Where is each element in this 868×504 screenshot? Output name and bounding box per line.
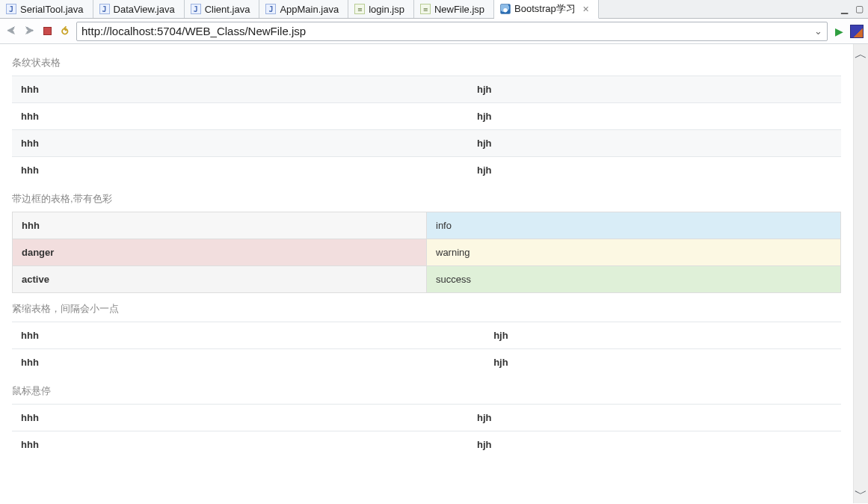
section-title-bordered: 带边框的表格,带有色彩 <box>12 192 841 206</box>
table-cell: warning <box>427 239 841 266</box>
browser-toolbar: ⮜ ⮞ ⥀ http://localhost:5704/WEB_Class/Ne… <box>0 19 868 44</box>
forward-button[interactable]: ⮞ <box>22 25 36 38</box>
table-row: hhhhjh <box>12 431 841 458</box>
editor-tab[interactable]: NewFile.jsp <box>414 0 494 18</box>
j-file-icon <box>191 4 201 14</box>
table-row: hhhhjh <box>12 103 841 130</box>
table-cell: hhh <box>12 76 468 103</box>
table-hover: hhhhjhhhhhjh <box>12 404 841 458</box>
chevron-down-icon[interactable]: ⌄ <box>814 25 822 37</box>
table-bordered: hhhinfodangerwarningactivesuccess <box>12 212 841 293</box>
stop-icon <box>43 27 52 35</box>
editor-tab[interactable]: Client.java <box>185 0 260 18</box>
table-cell: hhh <box>12 130 468 157</box>
tab-label: login.jsp <box>369 4 404 15</box>
url-bar[interactable]: http://localhost:5704/WEB_Class/NewFile.… <box>76 22 828 41</box>
j-file-icon <box>6 4 16 14</box>
table-cell: hjh <box>484 349 841 376</box>
table-cell: hhh <box>12 103 468 130</box>
close-icon[interactable]: ✕ <box>582 5 589 13</box>
stop-button[interactable] <box>40 25 54 38</box>
table-row: hhhhjh <box>12 405 841 431</box>
browser-viewport: 条纹状表格 hhhhjhhhhhjhhhhhjhhhhhjh 带边框的表格,带有… <box>0 44 868 503</box>
editor-tab[interactable]: SerialTool.java <box>0 0 93 18</box>
editor-tabbar: SerialTool.javaDataView.javaClient.javaA… <box>0 0 868 19</box>
jsp-file-icon <box>420 4 431 14</box>
j-file-icon <box>99 4 110 14</box>
back-button[interactable]: ⮜ <box>4 25 18 38</box>
editor-tab[interactable]: login.jsp <box>348 0 414 18</box>
table-cell: hjh <box>468 431 841 458</box>
table-cell: info <box>427 212 841 239</box>
table-cell: hjh <box>468 103 841 130</box>
table-row: hhhinfo <box>13 212 841 239</box>
table-cell: hjh <box>468 405 841 431</box>
refresh-button[interactable]: ⥀ <box>58 25 72 38</box>
j-file-icon <box>265 4 276 14</box>
tab-label: DataView.java <box>114 4 175 15</box>
scroll-down-icon[interactable]: ﹀ <box>854 485 868 502</box>
table-row: hhhhjh <box>12 130 841 157</box>
table-cell: hjh <box>468 76 841 103</box>
section-title-condensed: 紧缩表格，间隔会小一点 <box>12 302 841 316</box>
table-row: hhhhjh <box>12 322 841 349</box>
scroll-up-icon[interactable]: ︿ <box>854 46 868 62</box>
web-file-icon <box>500 4 511 14</box>
tab-label: AppMain.java <box>280 4 339 15</box>
section-title-striped: 条纹状表格 <box>12 56 841 70</box>
url-text[interactable]: http://localhost:5704/WEB_Class/NewFile.… <box>81 25 810 37</box>
go-button[interactable]: ▶ <box>832 25 846 38</box>
table-cell: active <box>13 266 427 293</box>
table-condensed: hhhhjhhhhhjh <box>12 322 841 375</box>
section-title-hover: 鼠标悬停 <box>12 384 841 398</box>
table-cell: hhh <box>12 157 468 184</box>
tabs-container: SerialTool.javaDataView.javaClient.javaA… <box>0 0 599 18</box>
table-cell: hhh <box>12 405 468 431</box>
editor-window-controls: ▁ ▢ <box>837 0 868 18</box>
table-cell: hhh <box>12 322 484 349</box>
table-cell: hjh <box>484 322 841 349</box>
table-row: hhhhjh <box>12 76 841 103</box>
jsp-file-icon <box>354 4 365 14</box>
table-cell: hjh <box>468 130 841 157</box>
open-external-icon[interactable] <box>850 25 864 38</box>
minimize-icon[interactable]: ▁ <box>841 4 848 14</box>
table-cell: hjh <box>468 157 841 184</box>
tab-label: SerialTool.java <box>20 4 84 15</box>
table-striped: hhhhjhhhhhjhhhhhjhhhhhjh <box>12 76 841 183</box>
table-cell: success <box>427 266 841 293</box>
editor-tab[interactable]: DataView.java <box>93 0 185 18</box>
vertical-scrollbar[interactable]: ︿ ﹀ <box>853 44 868 503</box>
table-row: activesuccess <box>13 266 841 293</box>
table-cell: hhh <box>12 431 468 458</box>
table-row: dangerwarning <box>13 239 841 266</box>
table-row: hhhhjh <box>12 349 841 376</box>
tab-label: NewFile.jsp <box>434 4 484 15</box>
table-cell: hhh <box>12 349 484 376</box>
maximize-icon[interactable]: ▢ <box>855 4 864 14</box>
tab-label: Bootstrap学习 <box>514 2 576 16</box>
tab-label: Client.java <box>205 4 250 15</box>
table-cell: hhh <box>13 212 427 239</box>
page-content: 条纹状表格 hhhhjhhhhhjhhhhhjhhhhhjh 带边框的表格,带有… <box>0 44 853 503</box>
editor-tab[interactable]: AppMain.java <box>259 0 348 18</box>
table-cell: danger <box>13 239 427 266</box>
table-row: hhhhjh <box>12 157 841 184</box>
editor-tab[interactable]: Bootstrap学习✕ <box>494 0 599 19</box>
